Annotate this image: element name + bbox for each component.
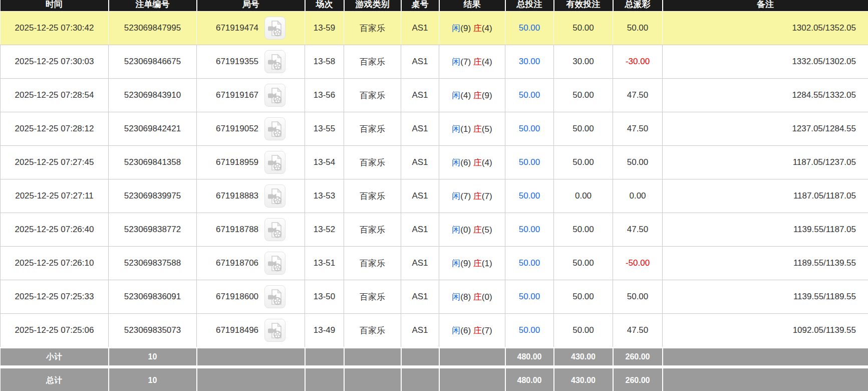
summary-empty-cell — [401, 367, 439, 391]
cell-result: 闲(9) 庄(1) — [439, 247, 505, 280]
round-id-text: 671919167 — [216, 90, 258, 100]
video-replay-button[interactable] — [264, 50, 285, 73]
summary-label: 小计 — [1, 348, 109, 367]
cell-total-bet[interactable]: 50.00 — [505, 213, 554, 247]
video-replay-button[interactable] — [264, 117, 285, 140]
cell-table-no: AS1 — [401, 12, 439, 45]
summary-total-payout: 260.00 — [613, 348, 663, 367]
cell-valid-bet: 50.00 — [554, 112, 613, 146]
cell-session: 13-55 — [305, 112, 344, 146]
player-label: 闲 — [452, 91, 460, 100]
cell-valid-bet: 30.00 — [554, 45, 613, 79]
cell-total-bet[interactable]: 50.00 — [505, 280, 554, 314]
cell-table-no: AS1 — [401, 280, 439, 314]
table-row[interactable]: 2025-12-25 07:28:54523069843910671919167… — [1, 79, 868, 112]
cell-table-no: AS1 — [401, 247, 439, 280]
cell-round-id: 671918959 — [197, 146, 305, 179]
cell-time: 2025-12-25 07:25:33 — [1, 280, 109, 314]
cell-total-bet[interactable]: 30.00 — [505, 45, 554, 79]
cell-result: 闲(7) 庄(7) — [439, 179, 505, 213]
column-header-total-payout: 总派彩 — [613, 0, 663, 12]
summary-label: 总计 — [1, 367, 109, 391]
round-id-text: 671918959 — [216, 157, 258, 167]
table-row[interactable]: 2025-12-25 07:30:03523069846675671919355… — [1, 45, 868, 79]
video-file-icon — [267, 20, 282, 37]
table-row[interactable]: 2025-12-25 07:27:45523069841358671918959… — [1, 146, 868, 179]
cell-game-type: 百家乐 — [344, 247, 401, 280]
cell-result: 闲(0) 庄(5) — [439, 213, 505, 247]
summary-remark — [663, 367, 868, 391]
cell-total-bet[interactable]: 50.00 — [505, 12, 554, 45]
table-row[interactable]: 2025-12-25 07:26:40523069838772671918788… — [1, 213, 868, 247]
player-label: 闲 — [452, 191, 460, 201]
cell-bet-id: 523069843910 — [109, 79, 197, 112]
cell-remark: 1189.55/1139.55 — [663, 247, 868, 280]
video-replay-button[interactable] — [264, 184, 285, 208]
player-label: 闲 — [452, 326, 460, 335]
video-replay-button[interactable] — [264, 319, 285, 342]
cell-time: 2025-12-25 07:30:42 — [1, 12, 109, 45]
banker-label: 庄 — [473, 91, 482, 100]
cell-result: 闲(1) 庄(5) — [439, 112, 505, 146]
cell-valid-bet: 50.00 — [554, 146, 613, 179]
cell-total-bet[interactable]: 50.00 — [505, 314, 554, 348]
round-id-text: 671918600 — [216, 292, 258, 301]
cell-result: 闲(6) 庄(4) — [439, 146, 505, 179]
cell-session: 13-49 — [305, 314, 344, 348]
video-replay-button[interactable] — [264, 17, 285, 40]
video-file-icon — [267, 54, 282, 71]
cell-total-payout: 50.00 — [613, 12, 663, 45]
summary-empty-cell — [439, 348, 505, 367]
cell-round-id: 671918496 — [197, 314, 305, 348]
cell-session: 13-59 — [305, 12, 344, 45]
table-row[interactable]: 2025-12-25 07:25:33523069836091671918600… — [1, 280, 868, 314]
cell-valid-bet: 50.00 — [554, 79, 613, 112]
cell-total-bet[interactable]: 50.00 — [505, 79, 554, 112]
cell-total-bet[interactable]: 50.00 — [505, 247, 554, 280]
cell-result: 闲(9) 庄(4) — [439, 12, 505, 45]
cell-total-bet[interactable]: 50.00 — [505, 146, 554, 179]
summary-valid-bet: 430.00 — [554, 348, 613, 367]
cell-table-no: AS1 — [401, 112, 439, 146]
table-row[interactable]: 2025-12-25 07:25:06523069835073671918496… — [1, 314, 868, 348]
cell-session: 13-50 — [305, 280, 344, 314]
cell-total-payout: 47.50 — [613, 112, 663, 146]
cell-table-no: AS1 — [401, 314, 439, 348]
player-label: 闲 — [452, 57, 460, 67]
cell-bet-id: 523069846675 — [109, 45, 197, 79]
table-row[interactable]: 2025-12-25 07:28:12523069842421671919052… — [1, 112, 868, 146]
cell-table-no: AS1 — [401, 179, 439, 213]
player-label: 闲 — [452, 158, 460, 167]
video-replay-button[interactable] — [264, 84, 285, 107]
video-replay-button[interactable] — [264, 218, 285, 241]
table-row[interactable]: 2025-12-25 07:26:10523069837588671918706… — [1, 247, 868, 280]
summary-empty-cell — [439, 367, 505, 391]
summary-total-bet: 480.00 — [505, 348, 554, 367]
cell-session: 13-51 — [305, 247, 344, 280]
cell-time: 2025-12-25 07:26:40 — [1, 213, 109, 247]
video-replay-button[interactable] — [264, 151, 285, 174]
cell-time: 2025-12-25 07:25:06 — [1, 314, 109, 348]
cell-game-type: 百家乐 — [344, 280, 401, 314]
cell-game-type: 百家乐 — [344, 45, 401, 79]
cell-game-type: 百家乐 — [344, 179, 401, 213]
banker-label: 庄 — [473, 292, 482, 302]
cell-round-id: 671918883 — [197, 179, 305, 213]
video-replay-button[interactable] — [264, 285, 285, 308]
video-replay-button[interactable] — [264, 252, 285, 275]
cell-session: 13-56 — [305, 79, 344, 112]
cell-valid-bet: 50.00 — [554, 247, 613, 280]
cell-table-no: AS1 — [401, 146, 439, 179]
table-row[interactable]: 2025-12-25 07:27:11523069839975671918883… — [1, 179, 868, 213]
column-header-remark: 备注 — [663, 0, 868, 12]
table-row-highlighted[interactable]: 2025-12-25 07:30:42523069847995671919474… — [1, 12, 868, 45]
cell-total-bet[interactable]: 50.00 — [505, 112, 554, 146]
summary-empty-cell — [305, 348, 344, 367]
round-id-text: 671918496 — [216, 325, 258, 335]
cell-remark: 1284.55/1332.05 — [663, 79, 868, 112]
summary-total-payout: 260.00 — [613, 367, 663, 391]
summary-empty-cell — [197, 348, 305, 367]
cell-table-no: AS1 — [401, 79, 439, 112]
cell-result: 闲(4) 庄(9) — [439, 79, 505, 112]
cell-total-bet[interactable]: 50.00 — [505, 179, 554, 213]
